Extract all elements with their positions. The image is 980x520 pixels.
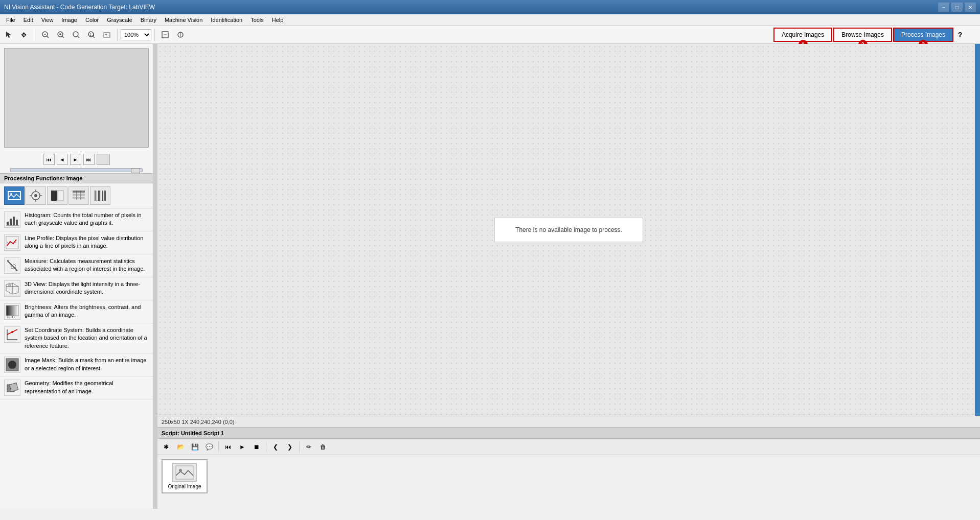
script-prev-btn[interactable]: ❮ (269, 441, 282, 453)
menu-view[interactable]: View (37, 16, 58, 24)
svg-line-8 (62, 36, 64, 38)
menu-grayscale[interactable]: Grayscale (103, 16, 136, 24)
script-delete-btn[interactable]: 🗑 (316, 441, 330, 453)
list-item[interactable]: Measure: Calculates measurement statisti… (0, 254, 153, 277)
function-list: Histogram: Counts the total number of pi… (0, 208, 153, 509)
script-sep1 (218, 442, 219, 452)
list-item[interactable]: BCG Brightness: Alters the brightness, c… (0, 300, 153, 323)
menu-color[interactable]: Color (81, 16, 103, 24)
toolbar-sep2 (117, 29, 118, 41)
tool-extra1[interactable] (158, 28, 172, 42)
brightness-text: Brightness: Alters the brightness, contr… (25, 303, 149, 319)
zoom-out-btn[interactable] (38, 28, 53, 42)
measure-icon (4, 257, 20, 274)
menu-image[interactable]: Image (57, 16, 81, 24)
script-next-btn[interactable]: ❯ (283, 441, 297, 453)
frame-slider[interactable] (10, 168, 143, 172)
restore-button[interactable]: □ (951, 3, 963, 12)
move-tool-btn[interactable]: ✥ (17, 28, 32, 42)
svg-point-9 (73, 32, 78, 37)
measure-text: Measure: Calculates measurement statisti… (25, 257, 149, 273)
menu-help[interactable]: Help (268, 16, 288, 24)
script-play-btn[interactable]: ► (236, 441, 249, 453)
func-category-image[interactable] (4, 186, 25, 205)
svg-rect-63 (9, 383, 18, 392)
image-info: 250x50 1X 240,240,240 (0,0) (162, 419, 235, 425)
svg-text:BCG: BCG (7, 315, 15, 319)
func-category-barcode[interactable] (90, 186, 110, 205)
close-button[interactable]: ✕ (965, 3, 976, 12)
last-frame-btn[interactable]: ⏭ (83, 154, 95, 165)
script-new-btn[interactable]: ✱ (159, 441, 173, 453)
next-frame-btn[interactable]: ► (70, 154, 81, 165)
menu-machine-vision[interactable]: Machine Vision (161, 16, 207, 24)
minimize-button[interactable]: − (938, 3, 949, 12)
title-bar: NI Vision Assistant - Code Generation Ta… (0, 0, 980, 14)
script-first-btn[interactable]: ⏮ (221, 441, 235, 453)
image-mask-text: Image Mask: Builds a mask from an entire… (25, 357, 149, 372)
zoom-custom-btn[interactable] (100, 28, 114, 42)
script-sep2 (266, 442, 266, 452)
script-stop-btn[interactable]: ⏹ (250, 441, 263, 453)
func-category-table[interactable] (69, 186, 89, 205)
toolbar-sep3 (154, 29, 155, 41)
right-edge-bar[interactable] (975, 44, 980, 416)
prev-frame-btn[interactable]: ◄ (57, 154, 68, 165)
svg-point-61 (8, 361, 16, 369)
zoom-dropdown[interactable]: 100% 50% 200% (121, 29, 151, 40)
histogram-text: Histogram: Counts the total number of pi… (25, 211, 149, 227)
svg-rect-38 (101, 191, 101, 201)
canvas-area: There is no available image to process. (157, 44, 980, 416)
list-item[interactable]: 3D View: Displays the light intensity in… (0, 277, 153, 300)
main-layout: ⏮ ◄ ► ⏭ Processing Functions: Image (0, 44, 980, 509)
svg-point-59 (11, 331, 13, 333)
script-comment-btn[interactable]: 💬 (202, 441, 216, 453)
svg-rect-32 (73, 197, 85, 199)
window-controls: − □ ✕ (938, 3, 976, 12)
svg-rect-52 (8, 284, 11, 287)
script-save-btn[interactable]: 💾 (188, 441, 201, 453)
no-image-message: There is no available image to process. (494, 218, 643, 242)
script-node-original[interactable]: Original Image (162, 459, 208, 493)
slider-container (0, 167, 153, 173)
processing-functions-title: Processing Functions: Image (0, 173, 153, 183)
svg-rect-42 (10, 219, 12, 225)
first-frame-btn[interactable]: ⏮ (43, 154, 55, 165)
script-open-btn[interactable]: 📂 (174, 441, 187, 453)
script-node-label: Original Image (168, 484, 201, 489)
script-toolbar: ✱ 📂 💾 💬 ⏮ ► ⏹ ❮ ❯ ✏ 🗑 (157, 439, 980, 455)
list-item[interactable]: Geometry: Modifies the geometrical repre… (0, 376, 153, 399)
svg-rect-36 (97, 191, 97, 201)
zoom-100-btn[interactable]: 1:1 (84, 28, 99, 42)
list-item[interactable]: Line Profile: Displays the pixel value d… (0, 231, 153, 254)
sidebar-resize-handle[interactable] (153, 44, 157, 509)
zoom-fit-btn[interactable] (69, 28, 83, 42)
list-item[interactable]: Histogram: Counts the total number of pi… (0, 208, 153, 231)
script-edit-btn[interactable]: ✏ (302, 441, 315, 453)
menu-tools[interactable]: Tools (246, 16, 268, 24)
brightness-icon: BCG (4, 303, 20, 320)
zoom-in-btn[interactable] (54, 28, 68, 42)
menu-binary[interactable]: Binary (136, 16, 161, 24)
svg-marker-0 (6, 32, 11, 38)
svg-rect-37 (98, 191, 100, 201)
geometry-text: Geometry: Modifies the geometrical repre… (25, 380, 149, 395)
tool-extra2[interactable] (173, 28, 188, 42)
list-item[interactable]: Image Mask: Builds a mask from an entire… (0, 353, 153, 376)
svg-rect-40 (104, 191, 106, 201)
slider-thumb[interactable] (131, 168, 140, 173)
func-category-process[interactable] (26, 186, 46, 205)
menu-edit[interactable]: Edit (19, 16, 37, 24)
sidebar: ⏮ ◄ ► ⏭ Processing Functions: Image (0, 44, 153, 509)
list-item[interactable]: Set Coordinate System: Builds a coordina… (0, 323, 153, 353)
script-panel: Script: Untitled Script 1 ✱ 📂 💾 💬 ⏮ ► ⏹ … (157, 427, 980, 509)
line-profile-icon (4, 234, 20, 251)
select-tool-btn[interactable] (2, 28, 16, 42)
svg-rect-35 (95, 191, 96, 201)
func-category-threshold[interactable] (47, 186, 67, 205)
menu-identification[interactable]: Identification (207, 16, 246, 24)
script-sep3 (299, 442, 300, 452)
original-image-icon (172, 463, 197, 482)
help-button[interactable]: ? (954, 28, 966, 42)
menu-file[interactable]: File (2, 16, 19, 24)
